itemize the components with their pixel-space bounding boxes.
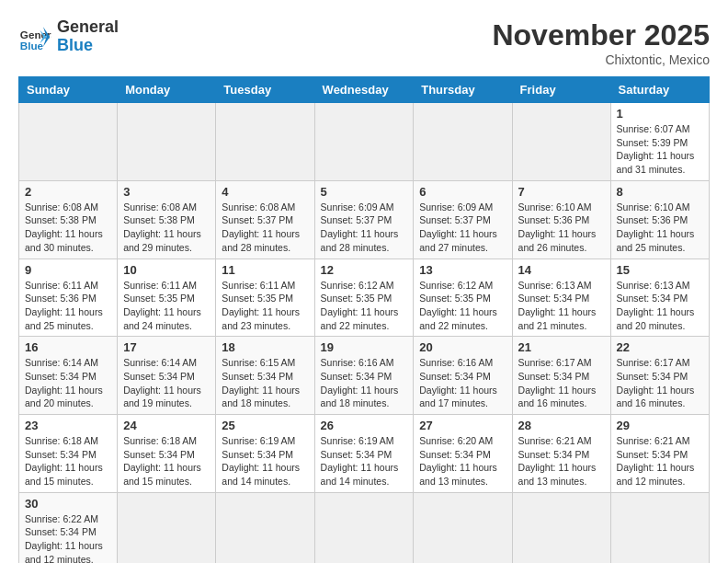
calendar-cell: 18Sunrise: 6:15 AM Sunset: 5:34 PM Dayli… (216, 337, 314, 415)
page-header: General Blue General Blue November 2025 … (18, 18, 710, 67)
day-info: Sunrise: 6:21 AM Sunset: 5:34 PM Dayligh… (617, 434, 703, 488)
day-number: 19 (321, 340, 408, 354)
day-info: Sunrise: 6:11 AM Sunset: 5:35 PM Dayligh… (123, 279, 210, 333)
day-info: Sunrise: 6:18 AM Sunset: 5:34 PM Dayligh… (123, 434, 210, 488)
calendar-week-2: 2Sunrise: 6:08 AM Sunset: 5:38 PM Daylig… (19, 180, 710, 259)
day-number: 25 (222, 419, 308, 432)
month-title: November 2025 (492, 18, 710, 52)
calendar-week-3: 9Sunrise: 6:11 AM Sunset: 5:36 PM Daylig… (19, 259, 710, 337)
day-number: 14 (518, 263, 605, 277)
day-header-sunday: Sunday (19, 77, 118, 103)
calendar-cell: 4Sunrise: 6:08 AM Sunset: 5:37 PM Daylig… (216, 180, 314, 259)
day-number: 2 (25, 185, 111, 199)
day-number: 27 (419, 419, 506, 432)
calendar-cell (118, 103, 216, 181)
day-header-tuesday: Tuesday (216, 77, 314, 103)
day-header-thursday: Thursday (414, 77, 512, 103)
day-number: 16 (25, 340, 111, 354)
day-number: 6 (419, 185, 506, 199)
calendar-cell (216, 492, 314, 563)
calendar-cell: 15Sunrise: 6:13 AM Sunset: 5:34 PM Dayli… (610, 259, 709, 337)
calendar-cell: 23Sunrise: 6:18 AM Sunset: 5:34 PM Dayli… (19, 415, 118, 493)
day-info: Sunrise: 6:22 AM Sunset: 5:34 PM Dayligh… (25, 512, 111, 563)
calendar-cell: 16Sunrise: 6:14 AM Sunset: 5:34 PM Dayli… (19, 337, 118, 415)
calendar-cell: 26Sunrise: 6:19 AM Sunset: 5:34 PM Dayli… (314, 415, 414, 493)
calendar-cell (414, 492, 512, 563)
day-info: Sunrise: 6:19 AM Sunset: 5:34 PM Dayligh… (321, 434, 408, 488)
calendar-week-5: 23Sunrise: 6:18 AM Sunset: 5:34 PM Dayli… (19, 415, 710, 493)
day-info: Sunrise: 6:13 AM Sunset: 5:34 PM Dayligh… (518, 279, 605, 333)
day-info: Sunrise: 6:21 AM Sunset: 5:34 PM Dayligh… (518, 434, 605, 488)
calendar-cell: 30Sunrise: 6:22 AM Sunset: 5:34 PM Dayli… (19, 492, 118, 563)
day-info: Sunrise: 6:15 AM Sunset: 5:34 PM Dayligh… (222, 356, 308, 410)
day-info: Sunrise: 6:16 AM Sunset: 5:34 PM Dayligh… (321, 356, 408, 410)
calendar-cell (414, 103, 512, 181)
day-number: 26 (321, 419, 408, 432)
day-number: 4 (222, 185, 308, 199)
calendar-table: SundayMondayTuesdayWednesdayThursdayFrid… (18, 76, 710, 563)
day-info: Sunrise: 6:10 AM Sunset: 5:36 PM Dayligh… (518, 201, 605, 255)
calendar-cell (314, 492, 414, 563)
calendar-cell: 17Sunrise: 6:14 AM Sunset: 5:34 PM Dayli… (118, 337, 216, 415)
day-number: 5 (321, 185, 408, 199)
calendar-cell: 22Sunrise: 6:17 AM Sunset: 5:34 PM Dayli… (610, 337, 709, 415)
day-header-friday: Friday (512, 77, 610, 103)
calendar-week-6: 30Sunrise: 6:22 AM Sunset: 5:34 PM Dayli… (19, 492, 710, 563)
day-number: 17 (123, 340, 210, 354)
day-header-monday: Monday (118, 77, 216, 103)
calendar-cell (512, 492, 610, 563)
logo-text: General Blue (57, 18, 119, 55)
day-number: 7 (518, 185, 605, 199)
day-info: Sunrise: 6:08 AM Sunset: 5:38 PM Dayligh… (25, 201, 111, 255)
calendar-cell: 20Sunrise: 6:16 AM Sunset: 5:34 PM Dayli… (414, 337, 512, 415)
day-number: 1 (617, 107, 703, 121)
title-area: November 2025 Chixtontic, Mexico (492, 18, 710, 67)
calendar-cell: 13Sunrise: 6:12 AM Sunset: 5:35 PM Dayli… (414, 259, 512, 337)
day-number: 12 (321, 263, 408, 277)
calendar-cell: 28Sunrise: 6:21 AM Sunset: 5:34 PM Dayli… (512, 415, 610, 493)
calendar-cell: 8Sunrise: 6:10 AM Sunset: 5:36 PM Daylig… (610, 180, 709, 259)
day-info: Sunrise: 6:17 AM Sunset: 5:34 PM Dayligh… (617, 356, 703, 410)
day-info: Sunrise: 6:20 AM Sunset: 5:34 PM Dayligh… (419, 434, 506, 488)
calendar-cell (610, 492, 709, 563)
day-info: Sunrise: 6:19 AM Sunset: 5:34 PM Dayligh… (222, 434, 308, 488)
day-info: Sunrise: 6:11 AM Sunset: 5:35 PM Dayligh… (222, 279, 308, 333)
calendar-header-row: SundayMondayTuesdayWednesdayThursdayFrid… (19, 77, 710, 103)
calendar-cell: 10Sunrise: 6:11 AM Sunset: 5:35 PM Dayli… (118, 259, 216, 337)
day-info: Sunrise: 6:08 AM Sunset: 5:37 PM Dayligh… (222, 201, 308, 255)
day-number: 28 (518, 419, 605, 432)
day-number: 11 (222, 263, 308, 277)
day-number: 18 (222, 340, 308, 354)
calendar-cell: 14Sunrise: 6:13 AM Sunset: 5:34 PM Dayli… (512, 259, 610, 337)
day-info: Sunrise: 6:14 AM Sunset: 5:34 PM Dayligh… (25, 356, 111, 410)
day-number: 9 (25, 263, 111, 277)
calendar-cell: 1Sunrise: 6:07 AM Sunset: 5:39 PM Daylig… (610, 103, 709, 181)
calendar-cell: 29Sunrise: 6:21 AM Sunset: 5:34 PM Dayli… (610, 415, 709, 493)
day-info: Sunrise: 6:17 AM Sunset: 5:34 PM Dayligh… (518, 356, 605, 410)
calendar-cell: 2Sunrise: 6:08 AM Sunset: 5:38 PM Daylig… (19, 180, 118, 259)
day-number: 15 (617, 263, 703, 277)
calendar-cell (118, 492, 216, 563)
calendar-cell (19, 103, 118, 181)
day-number: 30 (25, 497, 111, 511)
day-info: Sunrise: 6:07 AM Sunset: 5:39 PM Dayligh… (617, 122, 703, 177)
calendar-cell: 11Sunrise: 6:11 AM Sunset: 5:35 PM Dayli… (216, 259, 314, 337)
day-header-saturday: Saturday (610, 77, 709, 103)
day-info: Sunrise: 6:16 AM Sunset: 5:34 PM Dayligh… (419, 356, 506, 410)
day-info: Sunrise: 6:12 AM Sunset: 5:35 PM Dayligh… (321, 279, 408, 333)
day-header-wednesday: Wednesday (314, 77, 414, 103)
day-info: Sunrise: 6:10 AM Sunset: 5:36 PM Dayligh… (617, 201, 703, 255)
calendar-cell: 21Sunrise: 6:17 AM Sunset: 5:34 PM Dayli… (512, 337, 610, 415)
day-number: 21 (518, 340, 605, 354)
day-number: 24 (123, 419, 210, 432)
calendar-week-4: 16Sunrise: 6:14 AM Sunset: 5:34 PM Dayli… (19, 337, 710, 415)
calendar-cell: 7Sunrise: 6:10 AM Sunset: 5:36 PM Daylig… (512, 180, 610, 259)
calendar-week-1: 1Sunrise: 6:07 AM Sunset: 5:39 PM Daylig… (19, 103, 710, 181)
day-number: 10 (123, 263, 210, 277)
day-number: 3 (123, 185, 210, 199)
svg-text:Blue: Blue (20, 39, 44, 51)
day-number: 22 (617, 340, 703, 354)
location: Chixtontic, Mexico (492, 52, 710, 67)
day-info: Sunrise: 6:18 AM Sunset: 5:34 PM Dayligh… (25, 434, 111, 488)
calendar-cell: 19Sunrise: 6:16 AM Sunset: 5:34 PM Dayli… (314, 337, 414, 415)
